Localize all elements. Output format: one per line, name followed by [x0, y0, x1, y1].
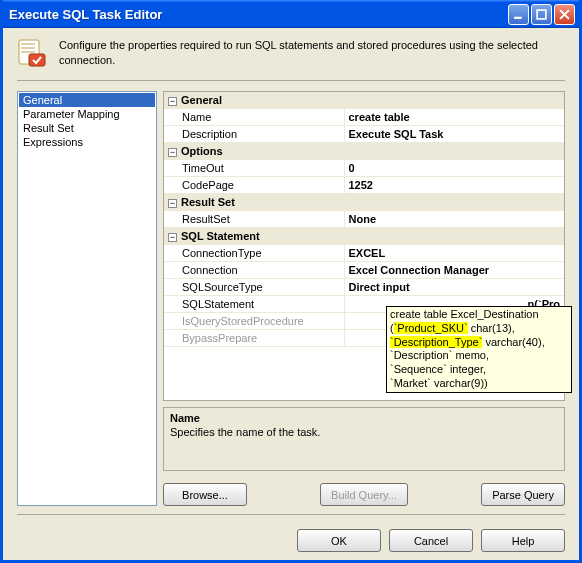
- prop-resultset-value[interactable]: None: [344, 211, 564, 228]
- prop-resultset-label[interactable]: ResultSet: [164, 211, 344, 228]
- nav-panel: General Parameter Mapping Result Set Exp…: [17, 91, 157, 506]
- prop-connectiontype-label[interactable]: ConnectionType: [164, 245, 344, 262]
- sqlstatement-tooltip: create table Excel_Destination (`Product…: [386, 306, 572, 393]
- titlebar[interactable]: Execute SQL Task Editor: [3, 0, 579, 28]
- help-box: Name Specifies the name of the task.: [163, 407, 565, 471]
- close-button[interactable]: [554, 4, 575, 25]
- svg-rect-1: [537, 10, 546, 19]
- prop-timeout-label[interactable]: TimeOut: [164, 160, 344, 177]
- window-title: Execute SQL Task Editor: [9, 7, 508, 22]
- prop-isquerystoredprocedure-label: IsQueryStoredProcedure: [164, 313, 344, 330]
- nav-item-result-set[interactable]: Result Set: [19, 121, 155, 135]
- category-general[interactable]: −General: [164, 92, 564, 109]
- collapse-icon[interactable]: −: [168, 199, 177, 208]
- minimize-button[interactable]: [508, 4, 529, 25]
- prop-connectiontype-value[interactable]: EXCEL: [344, 245, 564, 262]
- category-options[interactable]: −Options: [164, 143, 564, 160]
- nav-item-expressions[interactable]: Expressions: [19, 135, 155, 149]
- help-button[interactable]: Help: [481, 529, 565, 552]
- cancel-button[interactable]: Cancel: [389, 529, 473, 552]
- prop-connection-label[interactable]: Connection: [164, 262, 344, 279]
- collapse-icon[interactable]: −: [168, 148, 177, 157]
- prop-sqlstatement-label[interactable]: SQLStatement: [164, 296, 344, 313]
- nav-item-general[interactable]: General: [19, 93, 155, 107]
- divider: [17, 514, 565, 515]
- prop-bypassprepare-label: BypassPrepare: [164, 330, 344, 347]
- prop-sqlsourcetype-value[interactable]: Direct input: [344, 279, 564, 296]
- prop-codepage-label[interactable]: CodePage: [164, 177, 344, 194]
- prop-name-value[interactable]: create table: [344, 109, 564, 126]
- prop-connection-value[interactable]: Excel Connection Manager: [344, 262, 564, 279]
- task-icon: [17, 38, 49, 70]
- maximize-button[interactable]: [531, 4, 552, 25]
- category-sql-statement[interactable]: −SQL Statement: [164, 228, 564, 245]
- svg-rect-3: [29, 54, 45, 66]
- prop-description-value[interactable]: Execute SQL Task: [344, 126, 564, 143]
- prop-description-label[interactable]: Description: [164, 126, 344, 143]
- help-title: Name: [170, 412, 558, 424]
- prop-codepage-value[interactable]: 1252: [344, 177, 564, 194]
- divider: [17, 80, 565, 81]
- collapse-icon[interactable]: −: [168, 233, 177, 242]
- help-body: Specifies the name of the task.: [170, 426, 558, 438]
- ok-button[interactable]: OK: [297, 529, 381, 552]
- browse-button[interactable]: Browse...: [163, 483, 247, 506]
- build-query-button: Build Query...: [320, 483, 408, 506]
- prop-sqlsourcetype-label[interactable]: SQLSourceType: [164, 279, 344, 296]
- svg-rect-0: [514, 16, 522, 18]
- nav-item-parameter-mapping[interactable]: Parameter Mapping: [19, 107, 155, 121]
- category-result-set[interactable]: −Result Set: [164, 194, 564, 211]
- prop-name-label[interactable]: Name: [164, 109, 344, 126]
- prop-timeout-value[interactable]: 0: [344, 160, 564, 177]
- parse-query-button[interactable]: Parse Query: [481, 483, 565, 506]
- collapse-icon[interactable]: −: [168, 97, 177, 106]
- header-description: Configure the properties required to run…: [59, 38, 565, 70]
